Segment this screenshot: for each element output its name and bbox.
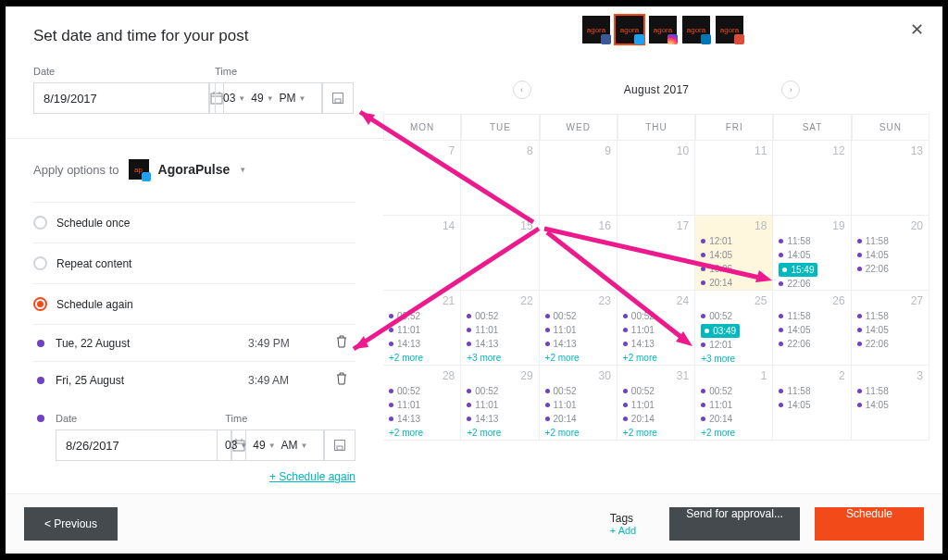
calendar-cell[interactable]: 2800:5211:0114:13+2 more xyxy=(383,365,461,441)
googleplus-account[interactable]: agora xyxy=(716,16,743,44)
apply-target[interactable]: AgoraPulse xyxy=(158,162,231,177)
apply-options-label: Apply options to xyxy=(33,163,119,177)
calendar-cell[interactable]: 2400:5211:0114:13+2 more xyxy=(617,290,695,366)
prev-month[interactable]: ‹ xyxy=(513,81,531,99)
calendar-title: August 2017 xyxy=(624,83,690,96)
save-time-button[interactable] xyxy=(324,429,356,461)
schedule-again-link[interactable]: + Schedule again xyxy=(33,470,356,483)
date-input[interactable] xyxy=(33,82,209,114)
social-accounts: agora agora agora agora agora xyxy=(383,16,942,44)
calendar-cell[interactable]: 3000:5211:0120:14+2 more xyxy=(539,365,617,441)
calendar-cell[interactable]: 12 xyxy=(772,140,851,216)
time-picker[interactable]: 03▼ 49▼ PM▼ xyxy=(215,82,322,114)
svg-rect-10 xyxy=(335,441,345,451)
day-header: FRI xyxy=(695,114,773,141)
day-header: MON xyxy=(383,114,461,141)
add-tag-link[interactable]: + Add xyxy=(610,525,636,536)
calendar-cell[interactable]: 311:5814:05 xyxy=(851,365,929,441)
time-label: Time xyxy=(215,66,354,77)
calendar-cell[interactable]: 2100:5211:0114:13+2 more xyxy=(383,290,461,366)
tags-area: Tags + Add xyxy=(610,512,636,536)
linkedin-account[interactable]: agora xyxy=(682,16,710,44)
new-date-input[interactable] xyxy=(56,429,231,461)
calendar-cell[interactable]: 3100:5211:0120:14+2 more xyxy=(617,365,695,441)
radio-schedule-once[interactable]: Schedule once xyxy=(33,202,356,243)
calendar-cell[interactable]: 17 xyxy=(617,215,695,291)
day-header: THU xyxy=(617,114,695,141)
calendar-cell[interactable]: 2200:5211:0114:13+3 more xyxy=(460,290,539,366)
calendar-cell[interactable]: 2500:5203:4912:01+3 more xyxy=(694,290,773,366)
close-icon[interactable]: ✕ xyxy=(910,19,924,40)
radio-repeat-content[interactable]: Repeat content xyxy=(33,243,356,283)
date-label: Date xyxy=(33,66,191,77)
facebook-account[interactable]: agora xyxy=(582,16,610,44)
calendar-cell[interactable]: 16 xyxy=(539,215,617,291)
calendar-cell[interactable]: 211:5814:05 xyxy=(772,365,851,441)
calendar-cell[interactable]: 1911:5814:0515:4922:06 xyxy=(772,215,851,291)
calendar-cell[interactable]: 8 xyxy=(460,140,539,216)
calendar-cell[interactable]: 15 xyxy=(460,215,539,291)
agorapulse-icon: ap xyxy=(129,159,149,180)
previous-button[interactable]: < Previous xyxy=(24,507,118,541)
calendar-cell[interactable]: 10 xyxy=(617,140,695,216)
calendar-cell[interactable]: 2300:5211:0114:13+2 more xyxy=(539,290,617,366)
calendar-cell[interactable]: 2011:5814:0522:06 xyxy=(851,215,929,291)
calendar-cell[interactable]: 7 xyxy=(383,140,461,216)
schedule-button[interactable]: Schedule xyxy=(815,507,924,541)
page-title: Set date and time for your post xyxy=(33,27,356,45)
send-for-approval-button[interactable]: Send for approval... xyxy=(669,507,800,541)
instagram-account[interactable]: agora xyxy=(649,16,677,44)
calendar-cell[interactable]: 2611:5814:0522:06 xyxy=(772,290,851,366)
next-month[interactable]: › xyxy=(781,81,800,99)
new-time-picker[interactable]: 03▼ 49▼ AM▼ xyxy=(217,429,324,461)
svg-rect-5 xyxy=(335,99,341,103)
radio-schedule-again[interactable]: Schedule again xyxy=(33,283,356,324)
scheduled-row: Tue, 22 August3:49 PM xyxy=(33,324,356,361)
trash-icon[interactable] xyxy=(328,372,356,388)
scheduled-row: Fri, 25 August3:49 AM xyxy=(33,361,356,398)
day-header: TUE xyxy=(461,114,539,141)
calendar-cell[interactable]: 11 xyxy=(694,140,773,216)
calendar-cell[interactable]: 13 xyxy=(851,140,929,216)
svg-rect-4 xyxy=(333,93,343,104)
twitter-account[interactable]: agora xyxy=(616,16,643,44)
chevron-down-icon[interactable]: ▼ xyxy=(239,166,246,174)
calendar-cell[interactable]: 100:5211:0120:14+2 more xyxy=(694,365,773,441)
calendar-cell[interactable]: 2711:5814:0522:06 xyxy=(851,290,929,366)
day-header: SUN xyxy=(852,114,929,141)
calendar-cell[interactable]: 1812:0114:0516:0620:14 xyxy=(694,215,773,291)
calendar-cell[interactable]: 9 xyxy=(539,140,617,216)
calendar-cell[interactable]: 14 xyxy=(383,215,461,291)
day-header: WED xyxy=(540,114,617,141)
day-header: SAT xyxy=(773,114,851,141)
trash-icon[interactable] xyxy=(328,335,356,351)
save-time-button[interactable] xyxy=(322,82,354,114)
calendar-cell[interactable]: 2900:5211:0114:13+2 more xyxy=(460,365,539,441)
svg-rect-11 xyxy=(337,446,343,450)
